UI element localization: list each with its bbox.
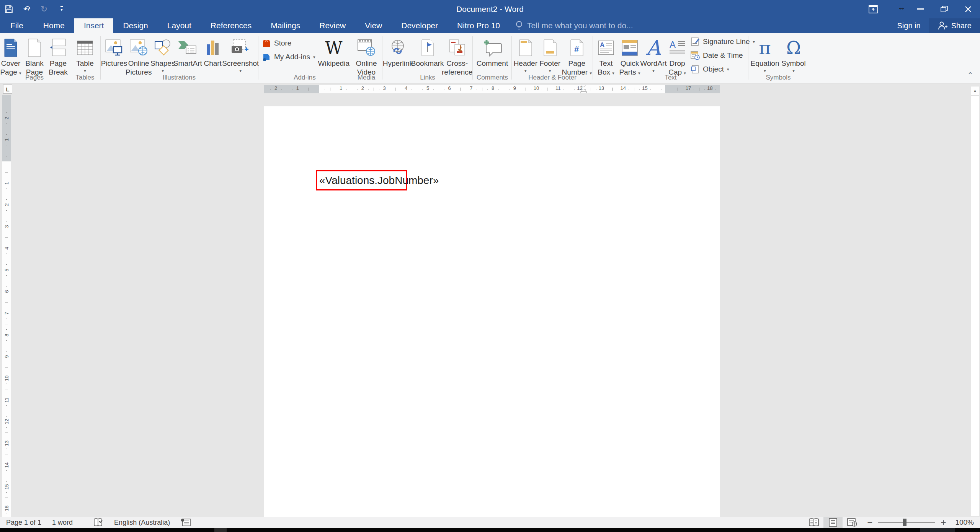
- ruler-tick: [6, 416, 7, 416]
- ruler-tick: [477, 89, 477, 89]
- zoom-in-button[interactable]: +: [935, 517, 951, 528]
- store-button[interactable]: Store: [260, 37, 317, 49]
- language-indicator[interactable]: English (Australia): [109, 517, 175, 528]
- pictures-button[interactable]: Pictures: [102, 35, 126, 68]
- ruler-tick: [401, 89, 401, 89]
- tab-developer[interactable]: Developer: [392, 18, 448, 33]
- ruler-tick: [5, 194, 8, 194]
- ruler-tick: [6, 112, 7, 113]
- equation-button[interactable]: π Equation ▾: [750, 35, 780, 73]
- wikipedia-button[interactable]: W Wikipedia: [318, 35, 349, 68]
- macro-record-button[interactable]: [175, 517, 196, 528]
- group-links: Hyperlink Bookmark Cross- reference Link…: [384, 33, 472, 83]
- collapse-ribbon-button[interactable]: ⌃: [967, 71, 973, 79]
- hyperlink-button[interactable]: Hyperlink: [384, 35, 412, 68]
- symbol-button[interactable]: Ω Symbol ▾: [780, 35, 807, 73]
- ruler-tick: [6, 308, 7, 308]
- minimize-button[interactable]: [909, 0, 933, 18]
- web-layout-button[interactable]: [843, 517, 862, 528]
- restore-button[interactable]: [933, 0, 956, 18]
- ruler-tick: [6, 492, 7, 493]
- page-number-button[interactable]: # Page Number ▾: [562, 35, 592, 78]
- wordart-button[interactable]: A WordArt ▾: [642, 35, 665, 73]
- vertical-scrollbar-thumb[interactable]: [971, 96, 979, 516]
- tab-layout[interactable]: Layout: [158, 18, 201, 33]
- ruler-tick: [526, 88, 526, 91]
- header-button[interactable]: Header ▾: [513, 35, 538, 73]
- comment-button[interactable]: Comment: [474, 35, 511, 68]
- ruler-number: 7: [470, 85, 472, 91]
- date-time-button[interactable]: Date & Time: [689, 50, 756, 61]
- close-button[interactable]: [956, 0, 980, 18]
- vertical-ruler[interactable]: 2112345678910111213141516: [2, 95, 11, 517]
- ruler-tick: [422, 89, 423, 89]
- online-video-button[interactable]: Online Video: [353, 35, 380, 76]
- table-button[interactable]: Table ▾: [73, 35, 97, 73]
- my-add-ins-button[interactable]: My Add-ins ▾: [260, 51, 317, 63]
- ruler-tick: [346, 89, 347, 89]
- table-icon: [77, 37, 93, 59]
- blank-page-button[interactable]: Blank Page: [23, 35, 46, 76]
- proofing-status-button[interactable]: [88, 517, 109, 528]
- bookmark-button[interactable]: Bookmark: [412, 35, 443, 68]
- page-indicator[interactable]: Page 1 of 1: [0, 517, 47, 528]
- cross-reference-button[interactable]: Cross- reference: [443, 35, 472, 76]
- ruler-tick: [6, 156, 7, 156]
- ruler-number: 5: [426, 85, 429, 91]
- text-box-button[interactable]: A Text Box ▾: [594, 35, 618, 78]
- screenshot-button[interactable]: Screenshot ▾: [225, 35, 256, 73]
- ruler-tick: [444, 89, 444, 89]
- cover-page-button[interactable]: Cover Page ▾: [0, 35, 23, 78]
- shapes-button[interactable]: Shapes ▾: [151, 35, 175, 73]
- ruler-tick: [6, 427, 7, 428]
- tab-mailings[interactable]: Mailings: [261, 18, 310, 33]
- ruler-tick: [314, 89, 314, 89]
- ruler-tick: [6, 319, 7, 319]
- document-page[interactable]: «Valuations.JobNumber»: [264, 106, 720, 517]
- smartart-button[interactable]: SmartArt: [175, 35, 201, 68]
- tab-design[interactable]: Design: [113, 18, 157, 33]
- tab-file[interactable]: File: [0, 18, 34, 33]
- store-icon: [262, 39, 271, 48]
- read-mode-button[interactable]: [804, 517, 823, 528]
- ruler-tick: [6, 221, 7, 221]
- word-count[interactable]: 1 word: [47, 517, 78, 528]
- zoom-level[interactable]: 100%: [951, 518, 980, 527]
- scroll-up-button[interactable]: ▲: [971, 86, 979, 95]
- tab-references[interactable]: References: [201, 18, 261, 33]
- object-button[interactable]: Object ▾: [689, 63, 756, 75]
- online-pictures-button[interactable]: Online Pictures: [126, 35, 151, 76]
- ribbon-display-options-button[interactable]: [861, 0, 885, 18]
- ruler-tick: [672, 89, 672, 89]
- share-button[interactable]: Share: [929, 18, 980, 33]
- tab-nitro-pro[interactable]: Nitro Pro 10: [448, 18, 510, 33]
- tab-view[interactable]: View: [355, 18, 392, 33]
- screenshot-icon: [231, 37, 250, 59]
- ruler-tick: [6, 264, 7, 265]
- ruler-tick: [5, 476, 8, 476]
- merge-field[interactable]: «Valuations.JobNumber»: [319, 174, 439, 187]
- tab-review[interactable]: Review: [310, 18, 355, 33]
- ruler-tick: [5, 129, 8, 129]
- sign-in-button[interactable]: Sign in: [889, 18, 929, 33]
- drop-cap-button[interactable]: A Drop Cap ▾: [665, 35, 689, 78]
- signature-line-button[interactable]: Signature Line ▾: [689, 36, 756, 47]
- indent-markers[interactable]: [580, 85, 587, 93]
- horizontal-ruler[interactable]: 211234567891011121314151718: [264, 85, 720, 93]
- tab-insert[interactable]: Insert: [74, 18, 114, 33]
- footer-button[interactable]: Footer ▾: [538, 35, 562, 73]
- ruler-number: 4: [4, 244, 10, 252]
- tab-stop-selector[interactable]: L: [3, 85, 12, 94]
- chart-button[interactable]: Chart: [201, 35, 225, 68]
- page-break-button[interactable]: Page Break: [46, 35, 70, 76]
- print-layout-button[interactable]: [823, 517, 843, 528]
- zoom-out-button[interactable]: −: [862, 517, 878, 528]
- zoom-slider-handle[interactable]: [903, 519, 906, 526]
- ruler-tick: [417, 88, 417, 91]
- tab-home[interactable]: Home: [34, 18, 74, 33]
- quick-parts-button[interactable]: Quick Parts ▾: [618, 35, 642, 78]
- zoom-slider[interactable]: [878, 522, 935, 523]
- ruler-tick: [715, 89, 716, 89]
- document-canvas[interactable]: «Valuations.JobNumber»: [0, 95, 980, 517]
- tell-me-box[interactable]: Tell me what you want to do...: [515, 18, 633, 33]
